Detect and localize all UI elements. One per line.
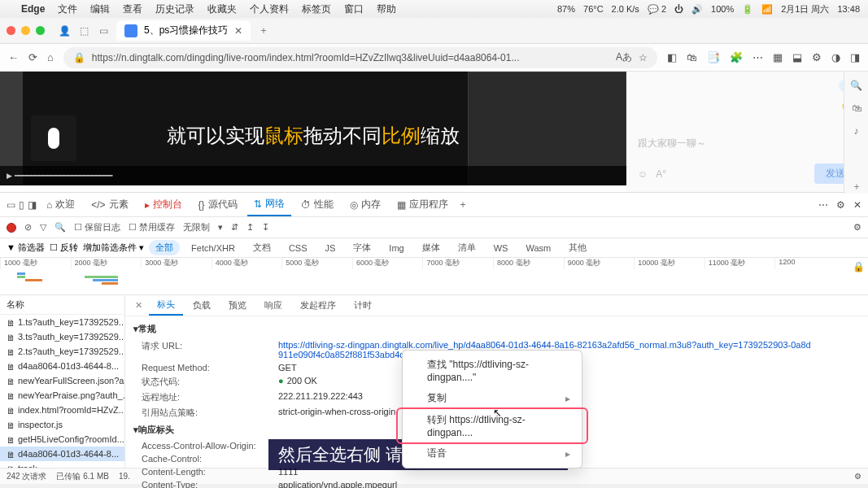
tab-elements[interactable]: </> 元素 <box>85 193 134 216</box>
record-button[interactable] <box>7 223 16 233</box>
request-item[interactable]: 🗎track <box>0 461 124 468</box>
close-window-icon[interactable] <box>7 26 15 35</box>
home-button[interactable]: ⌂ <box>47 51 54 63</box>
collections-icon[interactable]: ▭ <box>97 24 110 37</box>
more-filters[interactable]: 增加筛选条件 ▾ <box>83 242 144 254</box>
detail-tab-payload[interactable]: 负载 <box>185 295 219 316</box>
upload-icon[interactable]: ↥ <box>246 222 254 233</box>
more-icon[interactable]: ⋯ <box>752 51 763 63</box>
lock-waterfall-icon[interactable]: 🔒 <box>853 261 865 272</box>
maximize-window-icon[interactable] <box>36 26 45 35</box>
devtools-close-icon[interactable]: ✕ <box>853 199 861 211</box>
network-waterfall[interactable]: 1000 毫秒2000 毫秒3000 毫秒4000 毫秒5000 毫秒6000 … <box>0 258 868 295</box>
back-button[interactable]: ← <box>8 51 19 63</box>
download-icon[interactable]: ↧ <box>262 222 269 233</box>
request-item[interactable]: 🗎getH5LiveConfig?roomId... <box>0 432 124 447</box>
add-tab-icon[interactable]: ＋ <box>458 198 468 211</box>
ext-3-icon[interactable]: 📑 <box>707 51 720 63</box>
filter-img[interactable]: Img <box>382 242 410 255</box>
filter-all[interactable]: 全部 <box>149 240 180 255</box>
profile-icon[interactable]: 👤 <box>58 24 71 37</box>
menu-view[interactable]: 查看 <box>123 2 142 16</box>
filter-manifest[interactable]: 清单 <box>451 240 482 255</box>
workspaces-icon[interactable]: ⬚ <box>77 24 90 37</box>
filter-label[interactable]: ▼ 筛选器 <box>7 242 45 254</box>
request-list-header[interactable]: 名称 <box>0 295 124 315</box>
ctx-search[interactable]: 查找 "https://dtliving-sz-dingpan...." <box>403 354 582 387</box>
menu-window[interactable]: 窗口 <box>344 2 364 16</box>
battery-icon[interactable]: 🔋 <box>742 4 753 15</box>
tab-sources[interactable]: {} 源代码 <box>192 193 244 216</box>
menu-help[interactable]: 帮助 <box>377 2 396 16</box>
request-item[interactable]: 🗎1.ts?auth_key=17392529... <box>0 315 124 329</box>
offline-icon[interactable]: ⇵ <box>231 222 238 233</box>
ctx-goto[interactable]: 转到 https://dtliving-sz-dingpan.... <box>403 409 582 442</box>
preserve-log-checkbox[interactable]: ☐ 保留日志 <box>74 221 120 233</box>
detail-tab-timing[interactable]: 计时 <box>346 295 380 316</box>
font-icon[interactable]: A° <box>656 168 666 180</box>
settings-gear-icon[interactable]: ⚙ <box>812 51 822 63</box>
minimize-window-icon[interactable] <box>21 26 30 35</box>
spotify-icon[interactable]: ⏻ <box>674 4 683 14</box>
split-icon[interactable]: ◨ <box>850 51 860 63</box>
url-input[interactable]: 🔒 https://n.dingtalk.com/dingding/live-r… <box>63 47 657 68</box>
menu-tabs[interactable]: 标签页 <box>302 2 331 16</box>
status-battery[interactable]: 87% <box>557 4 575 14</box>
network-settings-icon[interactable]: ⚙ <box>853 222 861 233</box>
filter-css[interactable]: CSS <box>282 242 314 255</box>
shopping-icon[interactable]: 🛍 <box>852 102 861 114</box>
menu-favorites[interactable]: 收藏夹 <box>207 2 237 16</box>
status-temp[interactable]: 76°C <box>583 4 604 14</box>
copilot-icon[interactable]: ◑ <box>831 51 840 63</box>
add-sidebar-icon[interactable]: ＋ <box>852 180 861 194</box>
browser-tab[interactable]: 5、ps习惯操作技巧 ✕ <box>116 20 251 41</box>
ctx-speech[interactable]: 语音▸ <box>403 442 582 464</box>
volume-icon[interactable]: 🔊 <box>691 4 703 15</box>
device-icon[interactable]: ▯ <box>19 199 24 211</box>
devtools-more-icon[interactable]: ⋯ <box>818 199 828 211</box>
close-detail-icon[interactable]: ✕ <box>130 300 147 311</box>
tab-console[interactable]: ▸ 控制台 <box>138 193 189 216</box>
status-net[interactable]: 2.0 K/s <box>612 4 639 14</box>
filter-toggle-icon[interactable]: ▽ <box>40 222 46 233</box>
reader-icon[interactable]: Aあ <box>616 50 632 64</box>
request-item[interactable]: 🗎3.ts?auth_key=17392529... <box>0 329 124 344</box>
throttle-dropdown-icon[interactable]: ▾ <box>218 222 223 233</box>
filter-wasm[interactable]: Wasm <box>519 242 557 255</box>
request-item[interactable]: 🗎2.ts?auth_key=17392529... <box>0 344 124 359</box>
request-item[interactable]: 🗎index.html?roomId=HZvZ... <box>0 403 124 417</box>
tab-welcome[interactable]: ⌂ 欢迎 <box>40 193 81 216</box>
chat-placeholder[interactable]: 跟大家聊一聊～ <box>638 137 857 150</box>
menu-edit[interactable]: 编辑 <box>90 2 110 16</box>
ctx-copy[interactable]: 复制▸ <box>403 387 582 409</box>
detail-tab-response[interactable]: 响应 <box>256 295 290 316</box>
clear-button[interactable]: ⊘ <box>24 222 32 233</box>
refresh-button[interactable]: ⟳ <box>28 51 37 63</box>
wifi-icon[interactable]: 📶 <box>761 4 773 15</box>
request-item[interactable]: 🗎inspector.js <box>0 417 124 432</box>
new-tab-button[interactable]: ＋ <box>257 24 270 37</box>
menu-file[interactable]: 文件 <box>58 2 77 16</box>
throttle-select[interactable]: 无限制 <box>183 221 210 233</box>
menu-history[interactable]: 历史记录 <box>155 2 194 16</box>
request-item[interactable]: 🗎d4aa8064-01d3-4644-8... <box>0 359 124 373</box>
wechat-icon[interactable]: 💬 2 <box>648 4 666 15</box>
request-item[interactable]: 🗎newYearFullScreen.json?a... <box>0 373 124 388</box>
request-item[interactable]: 🗎d4aa8064-01d3-4644-8... <box>0 447 124 461</box>
tab-memory[interactable]: ◎ 内存 <box>343 193 387 216</box>
ext-5-icon[interactable]: ▦ <box>773 51 783 63</box>
app-menu[interactable]: Edge <box>21 3 45 15</box>
tab-application[interactable]: ▦ 应用程序 <box>390 193 455 216</box>
filter-ws[interactable]: WS <box>487 242 515 255</box>
detail-tab-preview[interactable]: 预览 <box>220 295 255 316</box>
tab-close-icon[interactable]: ✕ <box>234 25 242 37</box>
filter-js[interactable]: JS <box>319 242 342 255</box>
ext-6-icon[interactable]: ⬓ <box>792 51 802 63</box>
menu-profiles[interactable]: 个人资料 <box>250 2 289 16</box>
dock-icon[interactable]: ◨ <box>28 199 37 211</box>
video-controls[interactable]: ▶ ━━━━━━━━━━━━━━━━━━━━━━━━ <box>0 166 626 185</box>
filter-other[interactable]: 其他 <box>562 240 593 255</box>
filter-fetch[interactable]: Fetch/XHR <box>185 242 242 255</box>
request-item[interactable]: 🗎newYearPraise.png?auth_... <box>0 388 124 403</box>
detail-tab-headers[interactable]: 标头 <box>149 295 183 316</box>
